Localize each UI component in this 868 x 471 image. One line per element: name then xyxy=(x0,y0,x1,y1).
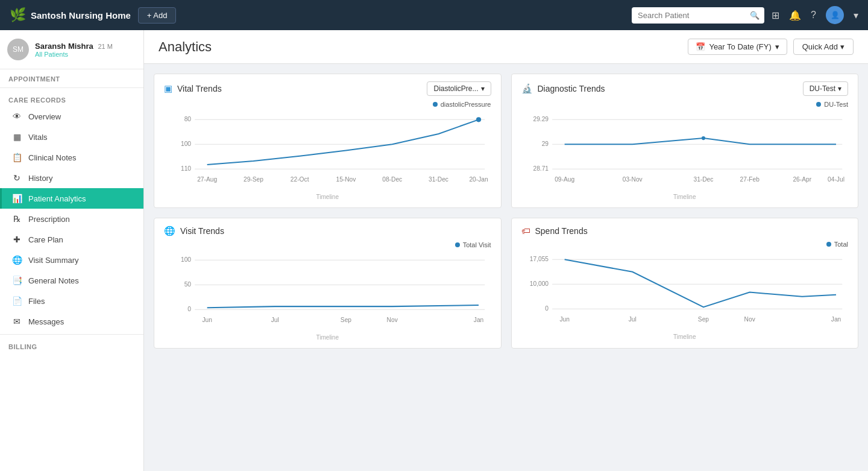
logo-icon: 🌿 xyxy=(10,7,26,23)
header-actions: 📅 Year To Date (FY) ▾ Quick Add ▾ xyxy=(688,39,854,55)
visit-summary-icon: 🌐 xyxy=(11,255,22,265)
spend-legend: Total xyxy=(521,241,849,248)
sidebar-item-label: History xyxy=(28,174,52,183)
svg-text:03-Nov: 03-Nov xyxy=(622,176,643,183)
vital-trends-title: ▣ Vital Trends xyxy=(164,83,222,94)
diagnostic-trends-dropdown[interactable]: DU-Test ▾ xyxy=(803,81,848,96)
patient-info: SM Saransh Mishra 21 M All Patients xyxy=(0,30,143,69)
general-notes-icon: 📑 xyxy=(11,276,22,285)
diagnostic-trends-card: 🔬 Diagnostic Trends DU-Test ▾ DU-Test xyxy=(511,74,859,208)
svg-text:110: 110 xyxy=(181,165,191,172)
svg-text:26-Apr: 26-Apr xyxy=(793,176,811,183)
sidebar-item-visit-summary[interactable]: 🌐 Visit Summary xyxy=(0,250,143,270)
search-wrap: 🔍 xyxy=(632,7,764,24)
sidebar-item-messages[interactable]: ✉ Messages xyxy=(0,311,143,332)
sidebar-item-files[interactable]: 📄 Files xyxy=(0,291,143,311)
svg-text:Nov: Nov xyxy=(387,317,398,323)
sidebar-item-label: Clinical Notes xyxy=(28,153,76,162)
svg-text:09-Aug: 09-Aug xyxy=(555,176,574,183)
svg-text:Jan: Jan xyxy=(474,317,484,323)
grid-icon[interactable]: ⊞ xyxy=(772,10,779,21)
diagnostic-legend-label: DU-Test xyxy=(824,101,848,108)
patient-age: 21 M xyxy=(98,43,112,50)
files-icon: 📄 xyxy=(11,296,22,306)
content-header: Analytics 📅 Year To Date (FY) ▾ Quick Ad… xyxy=(144,30,868,64)
spend-trends-title: 🏷 Spend Trends xyxy=(521,226,588,236)
sidebar-item-general-notes[interactable]: 📑 General Notes xyxy=(0,270,143,291)
svg-text:Jul: Jul xyxy=(628,316,636,323)
sidebar-item-prescription[interactable]: ℞ Prescription xyxy=(0,209,143,229)
diagnostic-legend: DU-Test xyxy=(521,101,849,108)
vital-trends-dropdown[interactable]: DiastolicPre... ▾ xyxy=(427,81,491,96)
sidebar-item-overview[interactable]: 👁 Overview xyxy=(0,106,143,127)
sidebar-item-label: Prescription xyxy=(28,215,70,224)
sidebar-item-vitals[interactable]: ▦ Vitals xyxy=(0,127,143,147)
svg-text:100: 100 xyxy=(181,141,191,147)
charts-grid: ▣ Vital Trends DiastolicPre... ▾ diastol… xyxy=(144,64,868,358)
svg-text:04-Jul: 04-Jul xyxy=(828,176,844,183)
quick-add-button[interactable]: Quick Add ▾ xyxy=(793,39,854,55)
help-icon[interactable]: ? xyxy=(811,10,816,21)
avatar[interactable]: 👤 xyxy=(826,6,844,24)
svg-text:28.71: 28.71 xyxy=(533,165,549,172)
visit-chart-wrap: 100 50 0 Jun Jul Sep Nov Jan Timeline xyxy=(164,251,491,341)
vital-trends-card: ▣ Vital Trends DiastolicPre... ▾ diastol… xyxy=(154,74,502,208)
overview-icon: 👁 xyxy=(11,112,22,121)
svg-text:08-Dec: 08-Dec xyxy=(382,176,402,183)
svg-text:31-Dec: 31-Dec xyxy=(429,176,448,183)
bell-icon[interactable]: 🔔 xyxy=(789,10,801,21)
visit-trends-title: 🌐 Visit Trends xyxy=(164,226,224,236)
chevron-down-icon[interactable]: ▾ xyxy=(854,10,858,21)
svg-text:100: 100 xyxy=(181,256,191,263)
svg-text:Jul: Jul xyxy=(271,317,279,323)
year-to-date-label: Year To Date (FY) xyxy=(709,42,771,51)
svg-text:Jun: Jun xyxy=(559,316,570,323)
spend-trends-header: 🏷 Spend Trends xyxy=(521,226,849,236)
year-to-date-button[interactable]: 📅 Year To Date (FY) ▾ xyxy=(688,39,787,55)
top-navigation: 🌿 Santosh Nursing Home + Add 🔍 ⊞ 🔔 ? 👤 ▾ xyxy=(0,0,868,30)
sidebar-item-label: Messages xyxy=(28,317,64,326)
divider-2 xyxy=(0,334,143,335)
sidebar-item-clinical-notes[interactable]: 📋 Clinical Notes xyxy=(0,147,143,168)
section-billing: Billing xyxy=(0,337,143,353)
spend-trends-card: 🏷 Spend Trends Total 17,055 10,000 xyxy=(511,218,859,349)
svg-text:0: 0 xyxy=(545,305,549,312)
calendar-icon: 📅 xyxy=(696,42,705,51)
add-button[interactable]: + Add xyxy=(138,7,177,24)
diagnostic-trends-title: 🔬 Diagnostic Trends xyxy=(521,83,605,94)
care-plan-icon: ✚ xyxy=(11,235,22,244)
visit-trends-icon: 🌐 xyxy=(164,226,175,236)
sidebar-item-label: Files xyxy=(28,297,45,306)
search-input[interactable] xyxy=(632,7,764,24)
svg-text:29: 29 xyxy=(541,141,549,147)
diagnostic-chart-wrap: 29.29 29 28.71 09-Aug 03-Nov 31-Dec 27-F… xyxy=(521,110,849,200)
sidebar-item-care-plan[interactable]: ✚ Care Plan xyxy=(0,229,143,250)
clinical-notes-icon: 📋 xyxy=(11,153,22,162)
svg-text:27-Aug: 27-Aug xyxy=(197,176,217,183)
svg-point-6 xyxy=(476,117,481,122)
sidebar-item-history[interactable]: ↻ History xyxy=(0,168,143,188)
patient-avatar: SM xyxy=(7,39,29,60)
diagnostic-chart-svg: 29.29 29 28.71 09-Aug 03-Nov 31-Dec 27-F… xyxy=(521,110,849,191)
patient-tag: All Patients xyxy=(35,51,113,58)
vital-trends-header: ▣ Vital Trends DiastolicPre... ▾ xyxy=(164,81,491,96)
sidebar-item-patient-analytics[interactable]: 📊 Patient Analytics xyxy=(0,188,143,209)
sidebar-item-label: Patient Analytics xyxy=(28,194,86,203)
legend-dot xyxy=(816,102,821,107)
visit-legend: Total Visit xyxy=(164,241,491,248)
prescription-icon: ℞ xyxy=(11,214,22,224)
vital-legend-label: diastolicPressure xyxy=(441,101,491,108)
sidebar-item-label: General Notes xyxy=(28,276,79,285)
page-title: Analytics xyxy=(159,39,688,55)
svg-text:29-Sep: 29-Sep xyxy=(244,176,263,183)
app-logo: 🌿 Santosh Nursing Home xyxy=(10,7,131,23)
chevron-down-icon: ▾ xyxy=(840,42,844,51)
nav-icons: ⊞ 🔔 ? 👤 ▾ xyxy=(772,6,858,24)
vital-chart-svg: 80 100 110 27-Aug 29-Sep 22-Oct 15-Nov 0… xyxy=(164,110,491,191)
history-icon: ↻ xyxy=(11,173,22,183)
spend-x-title: Timeline xyxy=(521,333,849,340)
svg-text:22-Oct: 22-Oct xyxy=(291,176,309,183)
content-area: Analytics 📅 Year To Date (FY) ▾ Quick Ad… xyxy=(144,30,868,471)
section-appointment: Appointment xyxy=(0,69,143,85)
svg-text:50: 50 xyxy=(184,281,192,288)
